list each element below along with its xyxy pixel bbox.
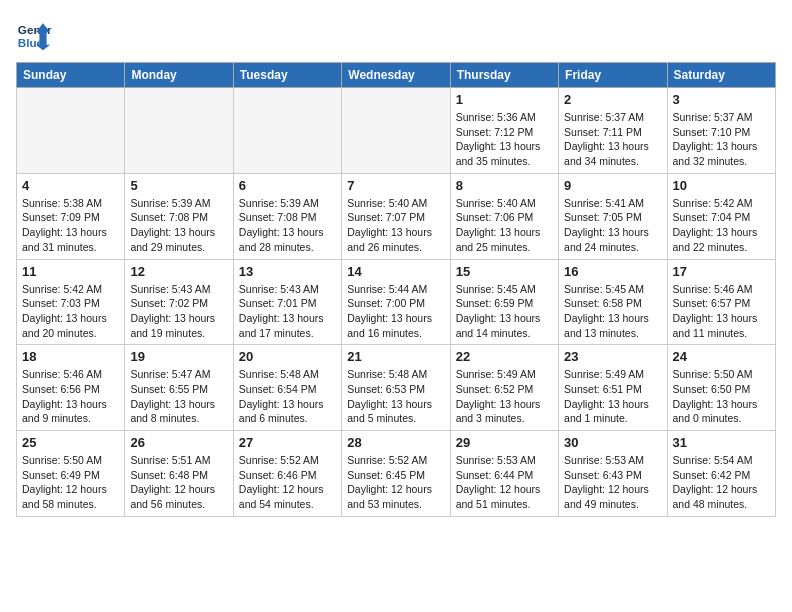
day-info: Sunrise: 5:46 AMSunset: 6:57 PMDaylight:… bbox=[673, 282, 770, 341]
day-info: Sunrise: 5:49 AMSunset: 6:52 PMDaylight:… bbox=[456, 367, 553, 426]
calendar-cell: 7Sunrise: 5:40 AMSunset: 7:07 PMDaylight… bbox=[342, 173, 450, 259]
calendar-cell: 22Sunrise: 5:49 AMSunset: 6:52 PMDayligh… bbox=[450, 345, 558, 431]
weekday-header-sunday: Sunday bbox=[17, 63, 125, 88]
calendar-cell: 11Sunrise: 5:42 AMSunset: 7:03 PMDayligh… bbox=[17, 259, 125, 345]
calendar-cell: 21Sunrise: 5:48 AMSunset: 6:53 PMDayligh… bbox=[342, 345, 450, 431]
day-info: Sunrise: 5:38 AMSunset: 7:09 PMDaylight:… bbox=[22, 196, 119, 255]
day-number: 24 bbox=[673, 349, 770, 364]
day-number: 8 bbox=[456, 178, 553, 193]
calendar-cell: 25Sunrise: 5:50 AMSunset: 6:49 PMDayligh… bbox=[17, 431, 125, 517]
day-number: 1 bbox=[456, 92, 553, 107]
calendar-cell: 30Sunrise: 5:53 AMSunset: 6:43 PMDayligh… bbox=[559, 431, 667, 517]
day-number: 30 bbox=[564, 435, 661, 450]
calendar-cell bbox=[342, 88, 450, 174]
day-info: Sunrise: 5:39 AMSunset: 7:08 PMDaylight:… bbox=[239, 196, 336, 255]
day-info: Sunrise: 5:43 AMSunset: 7:02 PMDaylight:… bbox=[130, 282, 227, 341]
day-info: Sunrise: 5:53 AMSunset: 6:44 PMDaylight:… bbox=[456, 453, 553, 512]
calendar-cell: 20Sunrise: 5:48 AMSunset: 6:54 PMDayligh… bbox=[233, 345, 341, 431]
calendar-cell: 4Sunrise: 5:38 AMSunset: 7:09 PMDaylight… bbox=[17, 173, 125, 259]
calendar-cell: 9Sunrise: 5:41 AMSunset: 7:05 PMDaylight… bbox=[559, 173, 667, 259]
calendar-cell: 17Sunrise: 5:46 AMSunset: 6:57 PMDayligh… bbox=[667, 259, 775, 345]
day-info: Sunrise: 5:52 AMSunset: 6:46 PMDaylight:… bbox=[239, 453, 336, 512]
logo: General Blue bbox=[16, 16, 52, 52]
day-info: Sunrise: 5:45 AMSunset: 6:59 PMDaylight:… bbox=[456, 282, 553, 341]
day-info: Sunrise: 5:45 AMSunset: 6:58 PMDaylight:… bbox=[564, 282, 661, 341]
weekday-header-row: SundayMondayTuesdayWednesdayThursdayFrid… bbox=[17, 63, 776, 88]
day-number: 29 bbox=[456, 435, 553, 450]
day-number: 13 bbox=[239, 264, 336, 279]
day-number: 25 bbox=[22, 435, 119, 450]
calendar-cell: 3Sunrise: 5:37 AMSunset: 7:10 PMDaylight… bbox=[667, 88, 775, 174]
day-info: Sunrise: 5:48 AMSunset: 6:53 PMDaylight:… bbox=[347, 367, 444, 426]
day-info: Sunrise: 5:37 AMSunset: 7:10 PMDaylight:… bbox=[673, 110, 770, 169]
day-info: Sunrise: 5:40 AMSunset: 7:07 PMDaylight:… bbox=[347, 196, 444, 255]
calendar-cell: 6Sunrise: 5:39 AMSunset: 7:08 PMDaylight… bbox=[233, 173, 341, 259]
day-number: 3 bbox=[673, 92, 770, 107]
day-number: 15 bbox=[456, 264, 553, 279]
day-number: 16 bbox=[564, 264, 661, 279]
day-number: 4 bbox=[22, 178, 119, 193]
calendar-cell: 15Sunrise: 5:45 AMSunset: 6:59 PMDayligh… bbox=[450, 259, 558, 345]
calendar-cell: 8Sunrise: 5:40 AMSunset: 7:06 PMDaylight… bbox=[450, 173, 558, 259]
calendar-cell: 19Sunrise: 5:47 AMSunset: 6:55 PMDayligh… bbox=[125, 345, 233, 431]
weekday-header-tuesday: Tuesday bbox=[233, 63, 341, 88]
calendar-cell: 18Sunrise: 5:46 AMSunset: 6:56 PMDayligh… bbox=[17, 345, 125, 431]
calendar-cell bbox=[233, 88, 341, 174]
calendar-table: SundayMondayTuesdayWednesdayThursdayFrid… bbox=[16, 62, 776, 517]
day-info: Sunrise: 5:36 AMSunset: 7:12 PMDaylight:… bbox=[456, 110, 553, 169]
day-info: Sunrise: 5:53 AMSunset: 6:43 PMDaylight:… bbox=[564, 453, 661, 512]
day-number: 20 bbox=[239, 349, 336, 364]
calendar-cell: 23Sunrise: 5:49 AMSunset: 6:51 PMDayligh… bbox=[559, 345, 667, 431]
calendar-cell: 10Sunrise: 5:42 AMSunset: 7:04 PMDayligh… bbox=[667, 173, 775, 259]
page-header: General Blue bbox=[16, 16, 776, 52]
calendar-cell: 5Sunrise: 5:39 AMSunset: 7:08 PMDaylight… bbox=[125, 173, 233, 259]
day-number: 23 bbox=[564, 349, 661, 364]
calendar-cell: 14Sunrise: 5:44 AMSunset: 7:00 PMDayligh… bbox=[342, 259, 450, 345]
day-info: Sunrise: 5:42 AMSunset: 7:04 PMDaylight:… bbox=[673, 196, 770, 255]
week-row-4: 18Sunrise: 5:46 AMSunset: 6:56 PMDayligh… bbox=[17, 345, 776, 431]
day-number: 10 bbox=[673, 178, 770, 193]
day-number: 31 bbox=[673, 435, 770, 450]
day-info: Sunrise: 5:48 AMSunset: 6:54 PMDaylight:… bbox=[239, 367, 336, 426]
day-number: 21 bbox=[347, 349, 444, 364]
weekday-header-saturday: Saturday bbox=[667, 63, 775, 88]
weekday-header-monday: Monday bbox=[125, 63, 233, 88]
day-number: 19 bbox=[130, 349, 227, 364]
calendar-cell: 24Sunrise: 5:50 AMSunset: 6:50 PMDayligh… bbox=[667, 345, 775, 431]
day-number: 11 bbox=[22, 264, 119, 279]
day-number: 6 bbox=[239, 178, 336, 193]
day-number: 22 bbox=[456, 349, 553, 364]
day-number: 28 bbox=[347, 435, 444, 450]
calendar-cell: 28Sunrise: 5:52 AMSunset: 6:45 PMDayligh… bbox=[342, 431, 450, 517]
day-info: Sunrise: 5:51 AMSunset: 6:48 PMDaylight:… bbox=[130, 453, 227, 512]
weekday-header-thursday: Thursday bbox=[450, 63, 558, 88]
calendar-cell: 13Sunrise: 5:43 AMSunset: 7:01 PMDayligh… bbox=[233, 259, 341, 345]
day-info: Sunrise: 5:47 AMSunset: 6:55 PMDaylight:… bbox=[130, 367, 227, 426]
day-number: 2 bbox=[564, 92, 661, 107]
week-row-2: 4Sunrise: 5:38 AMSunset: 7:09 PMDaylight… bbox=[17, 173, 776, 259]
day-number: 9 bbox=[564, 178, 661, 193]
day-info: Sunrise: 5:37 AMSunset: 7:11 PMDaylight:… bbox=[564, 110, 661, 169]
week-row-3: 11Sunrise: 5:42 AMSunset: 7:03 PMDayligh… bbox=[17, 259, 776, 345]
logo-icon: General Blue bbox=[16, 16, 52, 52]
day-info: Sunrise: 5:43 AMSunset: 7:01 PMDaylight:… bbox=[239, 282, 336, 341]
day-info: Sunrise: 5:44 AMSunset: 7:00 PMDaylight:… bbox=[347, 282, 444, 341]
calendar-cell: 31Sunrise: 5:54 AMSunset: 6:42 PMDayligh… bbox=[667, 431, 775, 517]
calendar-cell: 16Sunrise: 5:45 AMSunset: 6:58 PMDayligh… bbox=[559, 259, 667, 345]
calendar-cell bbox=[125, 88, 233, 174]
calendar-cell: 26Sunrise: 5:51 AMSunset: 6:48 PMDayligh… bbox=[125, 431, 233, 517]
week-row-5: 25Sunrise: 5:50 AMSunset: 6:49 PMDayligh… bbox=[17, 431, 776, 517]
day-number: 7 bbox=[347, 178, 444, 193]
day-number: 26 bbox=[130, 435, 227, 450]
day-info: Sunrise: 5:42 AMSunset: 7:03 PMDaylight:… bbox=[22, 282, 119, 341]
day-number: 18 bbox=[22, 349, 119, 364]
calendar-cell: 29Sunrise: 5:53 AMSunset: 6:44 PMDayligh… bbox=[450, 431, 558, 517]
day-number: 5 bbox=[130, 178, 227, 193]
calendar-cell: 12Sunrise: 5:43 AMSunset: 7:02 PMDayligh… bbox=[125, 259, 233, 345]
day-number: 12 bbox=[130, 264, 227, 279]
week-row-1: 1Sunrise: 5:36 AMSunset: 7:12 PMDaylight… bbox=[17, 88, 776, 174]
calendar-cell: 27Sunrise: 5:52 AMSunset: 6:46 PMDayligh… bbox=[233, 431, 341, 517]
day-info: Sunrise: 5:49 AMSunset: 6:51 PMDaylight:… bbox=[564, 367, 661, 426]
weekday-header-wednesday: Wednesday bbox=[342, 63, 450, 88]
day-info: Sunrise: 5:41 AMSunset: 7:05 PMDaylight:… bbox=[564, 196, 661, 255]
